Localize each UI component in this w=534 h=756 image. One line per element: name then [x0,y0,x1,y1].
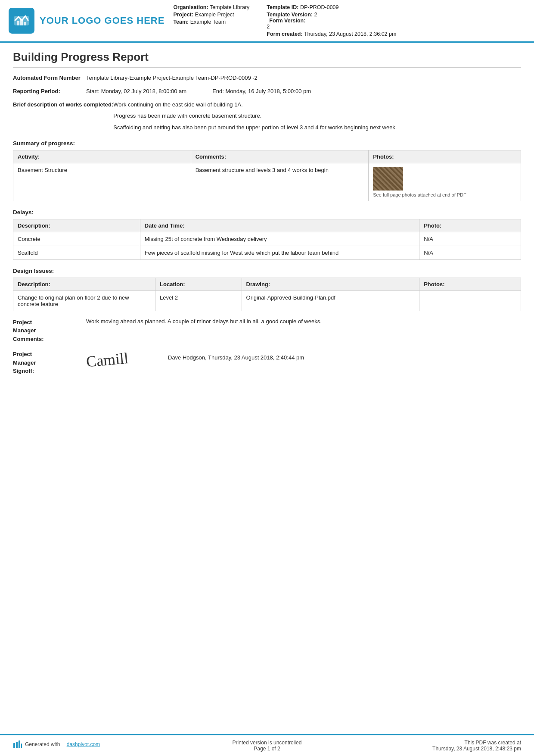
page-header: YOUR LOGO GOES HERE Organisation: Templa… [0,0,534,43]
design-col-desc: Description: [13,278,155,291]
design-issues-table: Description: Location: Drawing: Photos: … [13,278,521,311]
brief-desc-row: Brief description of works completed: Wo… [13,100,521,132]
delays-header: Delays: [13,209,521,216]
brief-desc-line-2: Progress has been made with concrete bas… [113,112,521,121]
summary-col-comments: Comments: [191,150,369,163]
pm-section: Project Manager Comments: Work moving ah… [13,318,521,375]
table-row: Change to original plan on floor 2 due t… [13,291,521,311]
svg-rect-5 [16,742,18,748]
form-created-line: Form created: Thursday, 23 August 2018, … [267,31,396,37]
pm-signoff-value: Camill Dave Hodgson, Thursday, 23 August… [86,350,521,374]
svg-rect-3 [24,22,26,25]
delays-col-photo: Photo: [419,219,521,232]
delays-col-desc: Description: [13,219,140,232]
form-number-value: Template Library-Example Project-Example… [86,74,521,83]
photo-caption: See full page photos attached at end of … [373,192,516,197]
pm-signoff-text: Signoff: [13,368,34,374]
pm-label-project: Project [13,319,32,325]
design-drawing-0: Original-Approved-Building-Plan.pdf [242,291,419,311]
meta-col-left: Organisation: Template Library Project: … [173,4,249,37]
table-row: Basement Structure Basement structure an… [13,163,521,201]
footer-of-label: of 2 [272,746,280,752]
footer-generated-link[interactable]: dashpivot.com [67,741,100,747]
design-desc-0: Change to original plan on floor 2 due t… [13,291,155,311]
table-row: Scaffold Few pieces of scaffold missing … [13,246,521,259]
team-line: Team: Example Team [173,19,249,25]
pm-comments-label: Project Manager Comments: [13,318,86,344]
pm-comments-value: Work moving ahead as planned. A couple o… [86,318,521,325]
footer-right: This PDF was created at Thursday, 23 Aug… [352,740,521,752]
design-col-photos: Photos: [419,278,521,291]
svg-rect-1 [17,21,19,25]
reporting-period-label: Reporting Period: [13,87,86,96]
signoff-name: Dave Hodgson, Thursday, 23 August 2018, … [168,350,304,361]
brief-desc-label: Brief description of works completed: [13,100,113,109]
logo-area: YOUR LOGO GOES HERE [9,4,165,37]
reporting-end: End: Monday, 16 July 2018, 5:00:00 pm [212,87,311,96]
delay-desc-1: Scaffold [13,246,140,259]
logo-text: YOUR LOGO GOES HERE [40,15,165,26]
footer-uncontrolled: Printed version is uncontrolled [182,740,351,746]
reporting-period-values: Start: Monday, 02 July 2018, 8:00:00 am … [86,87,521,96]
delay-datetime-0: Missing 25t of concrete from Wednesday d… [140,232,419,246]
main-content: Building Progress Report Automated Form … [0,43,534,391]
report-title: Building Progress Report [13,50,521,68]
footer-center: Printed version is uncontrolled Page 1 o… [182,740,351,752]
brief-desc-line-1: Work continuing on the east side wall of… [113,100,521,109]
svg-rect-6 [19,740,20,748]
page-footer: Generated with dashpivot.com Printed ver… [0,734,534,756]
pm-signoff-project: Project [13,351,32,357]
template-id-line: Template ID: DP-PROD-0009 [267,4,396,10]
reporting-start: Start: Monday, 02 July 2018, 8:00:00 am [86,87,186,96]
brief-desc-value: Work continuing on the east side wall of… [113,100,521,132]
pm-label-comments: Comments: [13,336,44,342]
footer-page: Page 1 of 2 [182,746,351,752]
svg-rect-7 [21,744,22,748]
summary-col-activity: Activity: [13,150,191,163]
pm-signoff-manager: Manager [13,359,36,366]
design-col-location: Location: [155,278,242,291]
footer-logo-area: Generated with dashpivot.com [13,740,182,749]
delays-col-datetime: Date and Time: [140,219,419,232]
logo-icon [9,8,34,34]
footer-page-label: Page 1 [254,746,270,752]
form-number-label: Automated Form Number [13,74,86,82]
design-photos-0 [419,291,521,311]
brief-desc-line-3: Scaffolding and netting has also been pu… [113,123,521,132]
table-row: Concrete Missing 25t of concrete from We… [13,232,521,246]
summary-comments: Basement structure and levels 3 and 4 wo… [191,163,369,201]
footer-pdf-created: This PDF was created at [352,740,521,746]
org-line: Organisation: Template Library [173,4,249,10]
design-issues-header: Design Issues: [13,268,521,274]
delay-desc-0: Concrete [13,232,140,246]
pm-signoff-label: Project Manager Signoff: [13,350,86,375]
template-version-line: Template Version: 2 Form Version: 2 [267,12,396,30]
delay-photo-1: N/A [419,246,521,259]
footer-logo-icon [13,740,22,749]
signature-image: Camill [86,350,142,374]
svg-rect-2 [20,19,23,25]
signature-text: Camill [86,350,129,369]
pm-comments-row: Project Manager Comments: Work moving ah… [13,318,521,344]
footer-generated-label: Generated with [25,741,60,747]
photo-thumbnail [373,167,403,191]
pm-signoff-row: Project Manager Signoff: Camill Dave Hod… [13,350,521,375]
delay-datetime-1: Few pieces of scaffold missing for West … [140,246,419,259]
summary-header: Summary of progress: [13,140,521,147]
signature-area: Camill Dave Hodgson, Thursday, 23 August… [86,350,521,374]
project-line: Project: Example Project [173,12,249,18]
footer-pdf-date: Thursday, 23 August 2018, 2:48:23 pm [352,746,521,752]
footer-left: Generated with dashpivot.com [13,740,182,750]
design-col-drawing: Drawing: [242,278,419,291]
svg-rect-4 [13,743,15,748]
pm-label-manager: Manager [13,327,36,334]
delay-photo-0: N/A [419,232,521,246]
summary-col-photos: Photos: [369,150,521,163]
summary-table: Activity: Comments: Photos: Basement Str… [13,150,521,201]
meta-col-right: Template ID: DP-PROD-0009 Template Versi… [267,4,396,37]
header-meta: Organisation: Template Library Project: … [173,4,521,37]
summary-photos: See full page photos attached at end of … [369,163,521,201]
design-location-0: Level 2 [155,291,242,311]
delays-table: Description: Date and Time: Photo: Concr… [13,219,521,260]
reporting-period-row: Reporting Period: Start: Monday, 02 July… [13,87,521,96]
